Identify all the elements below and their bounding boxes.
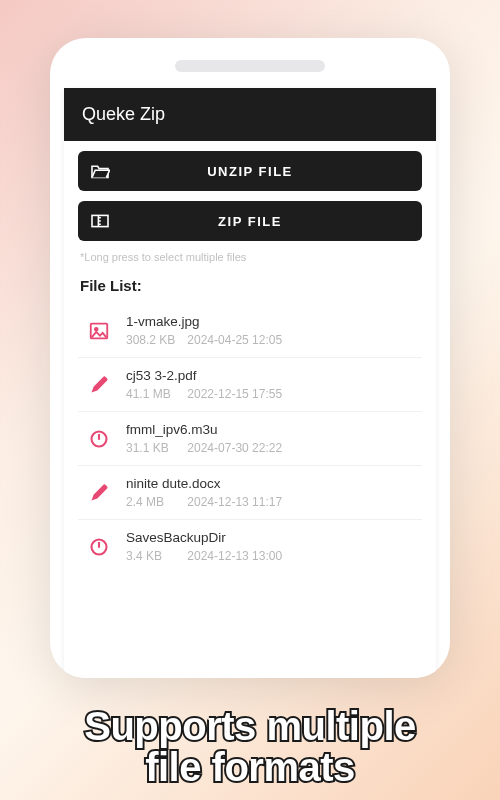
zip-button[interactable]: ZIP FILE <box>78 201 422 241</box>
power-icon <box>84 424 114 454</box>
promo-caption: Supports multiple file formats <box>0 706 500 788</box>
file-name: fmml_ipv6.m3u <box>126 422 414 437</box>
file-info: ninite dute.docx 2.4 MB 2024-12-13 11:17 <box>126 476 414 509</box>
file-row[interactable]: 1-vmake.jpg 308.2 KB 2024-04-25 12:05 <box>78 304 422 358</box>
file-size: 41.1 MB <box>126 387 184 401</box>
file-timestamp: 2024-04-25 12:05 <box>187 333 282 347</box>
title-bar: Queke Zip <box>64 88 436 141</box>
unzip-label: UNZIP FILE <box>78 164 422 179</box>
file-timestamp: 2024-12-13 13:00 <box>187 549 282 563</box>
app-screen: Queke Zip UNZIP FILE <box>64 88 436 678</box>
file-size: 31.1 KB <box>126 441 184 455</box>
file-info: cj53 3-2.pdf 41.1 MB 2022-12-15 17:55 <box>126 368 414 401</box>
file-info: 1-vmake.jpg 308.2 KB 2024-04-25 12:05 <box>126 314 414 347</box>
file-list-title: File List: <box>80 277 422 294</box>
file-name: 1-vmake.jpg <box>126 314 414 329</box>
unzip-button[interactable]: UNZIP FILE <box>78 151 422 191</box>
file-timestamp: 2022-12-15 17:55 <box>187 387 282 401</box>
app-title: Queke Zip <box>82 104 165 124</box>
file-meta: 2.4 MB 2024-12-13 11:17 <box>126 495 414 509</box>
file-list: 1-vmake.jpg 308.2 KB 2024-04-25 12:05 <box>78 304 422 573</box>
file-name: SavesBackupDir <box>126 530 414 545</box>
file-row[interactable]: ninite dute.docx 2.4 MB 2024-12-13 11:17 <box>78 466 422 520</box>
file-size: 3.4 KB <box>126 549 184 563</box>
file-meta: 308.2 KB 2024-04-25 12:05 <box>126 333 414 347</box>
pencil-icon <box>84 370 114 400</box>
file-row[interactable]: cj53 3-2.pdf 41.1 MB 2022-12-15 17:55 <box>78 358 422 412</box>
file-name: cj53 3-2.pdf <box>126 368 414 383</box>
content-area: UNZIP FILE ZIP FILE *Long press to selec… <box>64 141 436 678</box>
file-meta: 41.1 MB 2022-12-15 17:55 <box>126 387 414 401</box>
file-info: SavesBackupDir 3.4 KB 2024-12-13 13:00 <box>126 530 414 563</box>
phone-frame: Queke Zip UNZIP FILE <box>50 38 450 678</box>
image-icon <box>84 316 114 346</box>
file-meta: 3.4 KB 2024-12-13 13:00 <box>126 549 414 563</box>
file-row[interactable]: SavesBackupDir 3.4 KB 2024-12-13 13:00 <box>78 520 422 573</box>
pencil-icon <box>84 478 114 508</box>
caption-line-2: file formats <box>0 747 500 788</box>
file-timestamp: 2024-12-13 11:17 <box>187 495 282 509</box>
power-icon <box>84 532 114 562</box>
file-name: ninite dute.docx <box>126 476 414 491</box>
caption-line-1: Supports multiple <box>0 706 500 747</box>
svg-point-2 <box>95 327 98 330</box>
zip-label: ZIP FILE <box>78 214 422 229</box>
hint-text: *Long press to select multiple files <box>80 251 422 263</box>
file-timestamp: 2024-07-30 22:22 <box>187 441 282 455</box>
file-size: 308.2 KB <box>126 333 184 347</box>
file-row[interactable]: fmml_ipv6.m3u 31.1 KB 2024-07-30 22:22 <box>78 412 422 466</box>
phone-notch <box>175 60 325 72</box>
file-meta: 31.1 KB 2024-07-30 22:22 <box>126 441 414 455</box>
file-size: 2.4 MB <box>126 495 184 509</box>
file-info: fmml_ipv6.m3u 31.1 KB 2024-07-30 22:22 <box>126 422 414 455</box>
